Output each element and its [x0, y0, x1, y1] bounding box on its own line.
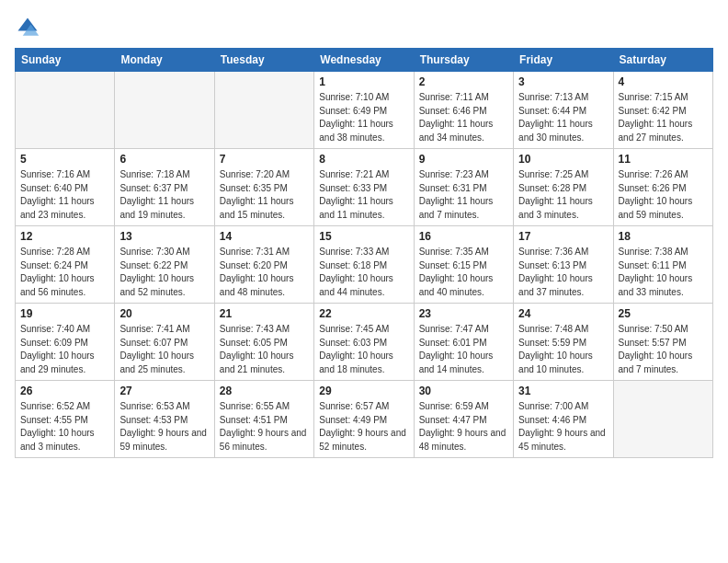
calendar-cell: 18Sunrise: 7:38 AM Sunset: 6:11 PM Dayli… — [613, 226, 712, 304]
header — [15, 15, 713, 40]
calendar-cell: 27Sunrise: 6:53 AM Sunset: 4:53 PM Dayli… — [115, 381, 214, 458]
calendar-cell — [613, 381, 712, 458]
calendar-cell: 5Sunrise: 7:16 AM Sunset: 6:40 PM Daylig… — [16, 149, 115, 226]
calendar-cell: 30Sunrise: 6:59 AM Sunset: 4:47 PM Dayli… — [414, 381, 513, 458]
day-detail: Sunrise: 6:57 AM Sunset: 4:49 PM Dayligh… — [319, 400, 408, 454]
calendar-cell: 31Sunrise: 7:00 AM Sunset: 4:46 PM Dayli… — [514, 381, 613, 458]
day-number: 17 — [518, 230, 608, 243]
day-number: 14 — [220, 230, 309, 243]
col-sunday: Sunday — [16, 49, 115, 72]
col-friday: Friday — [514, 49, 613, 72]
calendar-cell: 7Sunrise: 7:20 AM Sunset: 6:35 PM Daylig… — [214, 149, 313, 226]
day-number: 25 — [619, 307, 708, 320]
day-detail: Sunrise: 7:18 AM Sunset: 6:37 PM Dayligh… — [119, 168, 209, 222]
week-row-5: 26Sunrise: 6:52 AM Sunset: 4:55 PM Dayli… — [16, 381, 713, 458]
day-detail: Sunrise: 7:23 AM Sunset: 6:31 PM Dayligh… — [419, 168, 508, 222]
header-row: Sunday Monday Tuesday Wednesday Thursday… — [16, 49, 713, 72]
calendar-cell: 10Sunrise: 7:25 AM Sunset: 6:28 PM Dayli… — [514, 149, 613, 226]
day-number: 20 — [119, 307, 209, 320]
day-detail: Sunrise: 6:55 AM Sunset: 4:51 PM Dayligh… — [220, 400, 309, 454]
col-thursday: Thursday — [414, 49, 513, 72]
week-row-1: 1Sunrise: 7:10 AM Sunset: 6:49 PM Daylig… — [16, 72, 713, 149]
day-detail: Sunrise: 7:20 AM Sunset: 6:35 PM Dayligh… — [220, 168, 309, 222]
day-detail: Sunrise: 7:35 AM Sunset: 6:15 PM Dayligh… — [419, 246, 508, 299]
day-detail: Sunrise: 7:33 AM Sunset: 6:18 PM Dayligh… — [319, 246, 408, 299]
calendar-cell: 26Sunrise: 6:52 AM Sunset: 4:55 PM Dayli… — [16, 381, 115, 458]
calendar-cell: 17Sunrise: 7:36 AM Sunset: 6:13 PM Dayli… — [514, 226, 613, 304]
week-row-4: 19Sunrise: 7:40 AM Sunset: 6:09 PM Dayli… — [16, 304, 713, 381]
day-number: 4 — [619, 75, 708, 88]
day-detail: Sunrise: 7:38 AM Sunset: 6:11 PM Dayligh… — [619, 246, 708, 299]
calendar-cell: 29Sunrise: 6:57 AM Sunset: 4:49 PM Dayli… — [314, 381, 414, 458]
day-number: 2 — [419, 75, 508, 88]
calendar-cell: 11Sunrise: 7:26 AM Sunset: 6:26 PM Dayli… — [613, 149, 712, 226]
day-number: 29 — [319, 385, 408, 397]
day-detail: Sunrise: 7:43 AM Sunset: 6:05 PM Dayligh… — [220, 323, 309, 376]
calendar-cell — [115, 72, 214, 149]
day-number: 15 — [319, 230, 408, 243]
calendar-cell: 13Sunrise: 7:30 AM Sunset: 6:22 PM Dayli… — [115, 226, 214, 304]
day-detail: Sunrise: 7:25 AM Sunset: 6:28 PM Dayligh… — [518, 168, 608, 222]
calendar-cell: 12Sunrise: 7:28 AM Sunset: 6:24 PM Dayli… — [16, 226, 115, 304]
logo-icon — [15, 15, 40, 40]
day-number: 16 — [419, 230, 508, 243]
day-detail: Sunrise: 7:28 AM Sunset: 6:24 PM Dayligh… — [20, 246, 109, 299]
day-number: 28 — [220, 385, 309, 397]
calendar-cell: 24Sunrise: 7:48 AM Sunset: 5:59 PM Dayli… — [514, 304, 613, 381]
day-detail: Sunrise: 7:10 AM Sunset: 6:49 PM Dayligh… — [319, 91, 408, 144]
calendar-cell: 14Sunrise: 7:31 AM Sunset: 6:20 PM Dayli… — [214, 226, 313, 304]
day-number: 7 — [220, 153, 309, 166]
calendar-cell: 2Sunrise: 7:11 AM Sunset: 6:46 PM Daylig… — [414, 72, 513, 149]
day-detail: Sunrise: 7:40 AM Sunset: 6:09 PM Dayligh… — [20, 323, 109, 376]
calendar-cell: 4Sunrise: 7:15 AM Sunset: 6:42 PM Daylig… — [613, 72, 712, 149]
day-number: 12 — [20, 230, 109, 243]
col-wednesday: Wednesday — [314, 49, 414, 72]
day-detail: Sunrise: 7:13 AM Sunset: 6:44 PM Dayligh… — [518, 91, 608, 144]
calendar-cell: 9Sunrise: 7:23 AM Sunset: 6:31 PM Daylig… — [414, 149, 513, 226]
day-number: 23 — [419, 307, 508, 320]
day-detail: Sunrise: 7:48 AM Sunset: 5:59 PM Dayligh… — [518, 323, 608, 376]
day-number: 27 — [119, 385, 209, 397]
day-detail: Sunrise: 7:26 AM Sunset: 6:26 PM Dayligh… — [619, 168, 708, 222]
calendar-table: Sunday Monday Tuesday Wednesday Thursday… — [15, 48, 713, 458]
week-row-3: 12Sunrise: 7:28 AM Sunset: 6:24 PM Dayli… — [16, 226, 713, 304]
day-number: 22 — [319, 307, 408, 320]
day-number: 11 — [619, 153, 708, 166]
calendar-cell: 16Sunrise: 7:35 AM Sunset: 6:15 PM Dayli… — [414, 226, 513, 304]
day-detail: Sunrise: 7:41 AM Sunset: 6:07 PM Dayligh… — [119, 323, 209, 376]
day-number: 6 — [119, 153, 209, 166]
day-number: 8 — [319, 153, 408, 166]
calendar-cell — [16, 72, 115, 149]
calendar-cell: 8Sunrise: 7:21 AM Sunset: 6:33 PM Daylig… — [314, 149, 414, 226]
col-monday: Monday — [115, 49, 214, 72]
day-number: 13 — [119, 230, 209, 243]
day-number: 9 — [419, 153, 508, 166]
day-number: 1 — [319, 75, 408, 88]
col-saturday: Saturday — [613, 49, 712, 72]
day-number: 18 — [619, 230, 708, 243]
calendar-cell: 22Sunrise: 7:45 AM Sunset: 6:03 PM Dayli… — [314, 304, 414, 381]
day-number: 5 — [20, 153, 109, 166]
day-detail: Sunrise: 6:52 AM Sunset: 4:55 PM Dayligh… — [20, 400, 109, 454]
calendar-cell — [214, 72, 313, 149]
day-detail: Sunrise: 7:15 AM Sunset: 6:42 PM Dayligh… — [619, 91, 708, 144]
calendar-cell: 28Sunrise: 6:55 AM Sunset: 4:51 PM Dayli… — [214, 381, 313, 458]
calendar-cell: 25Sunrise: 7:50 AM Sunset: 5:57 PM Dayli… — [613, 304, 712, 381]
day-detail: Sunrise: 7:47 AM Sunset: 6:01 PM Dayligh… — [419, 323, 508, 376]
calendar-cell: 3Sunrise: 7:13 AM Sunset: 6:44 PM Daylig… — [514, 72, 613, 149]
day-detail: Sunrise: 7:30 AM Sunset: 6:22 PM Dayligh… — [119, 246, 209, 299]
day-number: 31 — [518, 385, 608, 397]
calendar-cell: 21Sunrise: 7:43 AM Sunset: 6:05 PM Dayli… — [214, 304, 313, 381]
day-detail: Sunrise: 6:53 AM Sunset: 4:53 PM Dayligh… — [119, 400, 209, 454]
day-number: 19 — [20, 307, 109, 320]
calendar-cell: 6Sunrise: 7:18 AM Sunset: 6:37 PM Daylig… — [115, 149, 214, 226]
day-number: 21 — [220, 307, 309, 320]
calendar-cell: 20Sunrise: 7:41 AM Sunset: 6:07 PM Dayli… — [115, 304, 214, 381]
day-detail: Sunrise: 7:00 AM Sunset: 4:46 PM Dayligh… — [518, 400, 608, 454]
day-detail: Sunrise: 7:31 AM Sunset: 6:20 PM Dayligh… — [220, 246, 309, 299]
day-detail: Sunrise: 6:59 AM Sunset: 4:47 PM Dayligh… — [419, 400, 508, 454]
week-row-2: 5Sunrise: 7:16 AM Sunset: 6:40 PM Daylig… — [16, 149, 713, 226]
col-tuesday: Tuesday — [214, 49, 313, 72]
calendar-cell: 1Sunrise: 7:10 AM Sunset: 6:49 PM Daylig… — [314, 72, 414, 149]
page-container: Sunday Monday Tuesday Wednesday Thursday… — [15, 15, 713, 458]
